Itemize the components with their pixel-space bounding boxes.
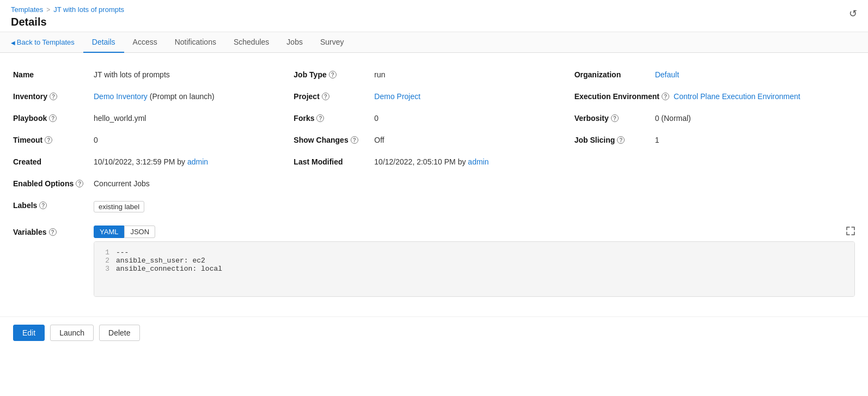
job-slicing-help-icon[interactable]: ?	[617, 136, 625, 144]
breadcrumb-templates-link[interactable]: Templates	[11, 5, 43, 14]
back-to-templates-link[interactable]: Back to Templates	[11, 38, 75, 46]
verbosity-help-icon[interactable]: ?	[611, 114, 619, 122]
project-value: Demo Project	[374, 92, 420, 101]
show-changes-value: Off	[374, 136, 384, 144]
last-modified-value: 10/12/2022, 2:05:10 PM by admin	[374, 157, 488, 166]
execution-env-help-icon[interactable]: ?	[662, 93, 669, 100]
job-type-label: Job Type ?	[294, 70, 370, 79]
last-modified-label: Last Modified	[294, 157, 370, 166]
page-title: Details	[11, 16, 857, 28]
tab-access[interactable]: Access	[124, 32, 166, 53]
project-link[interactable]: Demo Project	[374, 92, 420, 101]
last-modified-prefix: 10/12/2022, 2:05:10 PM by	[374, 157, 468, 166]
tabs-bar: Back to Templates Details Access Notific…	[0, 32, 868, 53]
code-line-2: 2 ansible_ssh_user: ec2	[94, 257, 854, 265]
inventory-value: Demo Inventory (Prompt on launch)	[94, 92, 215, 101]
line-num-3: 3	[94, 265, 116, 273]
created-value: 10/10/2022, 3:12:59 PM by admin	[94, 157, 208, 166]
line-code-1: ---	[116, 248, 129, 257]
breadcrumb: Templates > JT with lots of prompts	[11, 5, 857, 14]
content-area: Name JT with lots of prompts Job Type ? …	[0, 53, 868, 314]
line-code-3: ansible_connection: local	[116, 265, 222, 273]
created-label: Created	[13, 157, 89, 166]
breadcrumb-separator: >	[46, 6, 50, 14]
last-modified-admin-link[interactable]: admin	[468, 157, 488, 166]
show-changes-help-icon[interactable]: ?	[351, 136, 358, 144]
timeout-help-icon[interactable]: ?	[45, 136, 52, 144]
launch-button[interactable]: Launch	[50, 325, 94, 341]
organization-value: Default	[655, 70, 679, 79]
variables-help-icon[interactable]: ?	[49, 228, 57, 236]
organization-link[interactable]: Default	[655, 70, 679, 79]
show-changes-label: Show Changes ?	[294, 136, 370, 144]
labels-help-icon[interactable]: ?	[39, 202, 47, 209]
history-icon[interactable]: ↺	[849, 8, 857, 20]
execution-env-link[interactable]: Control Plane Execution Environment	[674, 92, 800, 101]
verbosity-label: Verbosity ?	[574, 114, 651, 123]
labels-value: existing label	[94, 201, 144, 212]
organization-label: Organization	[574, 70, 651, 79]
verbosity-value: 0 (Normal)	[655, 114, 691, 123]
last-modified-cell: Last Modified 10/12/2022, 2:05:10 PM by …	[294, 151, 574, 173]
execution-env-cell: Execution Environment ? Control Plane Ex…	[574, 86, 855, 107]
name-label: Name	[13, 70, 89, 79]
label-badge: existing label	[94, 201, 144, 212]
inventory-cell: Inventory ? Demo Inventory (Prompt on la…	[13, 86, 294, 107]
action-bar: Edit Launch Delete	[0, 316, 868, 349]
code-line-3: 3 ansible_connection: local	[94, 265, 854, 273]
project-cell: Project ? Demo Project	[294, 86, 574, 107]
expand-button[interactable]	[846, 227, 855, 237]
labels-cell: Labels ? existing label	[13, 194, 855, 219]
inventory-help-icon[interactable]: ?	[50, 93, 57, 100]
playbook-label: Playbook ?	[13, 114, 89, 123]
json-button[interactable]: JSON	[124, 226, 155, 238]
empty-cell-1	[574, 151, 855, 173]
tab-notifications[interactable]: Notifications	[166, 32, 225, 53]
timeout-value: 0	[94, 136, 98, 144]
job-slicing-cell: Job Slicing ? 1	[574, 129, 855, 151]
tab-details[interactable]: Details	[83, 32, 124, 53]
organization-cell: Organization Default	[574, 64, 855, 86]
delete-button[interactable]: Delete	[99, 325, 139, 341]
inventory-label: Inventory ?	[13, 92, 89, 101]
variables-editor: 1 --- 2 ansible_ssh_user: ec2 3 ansible_…	[94, 241, 855, 297]
job-slicing-value: 1	[655, 136, 659, 144]
line-code-2: ansible_ssh_user: ec2	[116, 257, 205, 265]
enabled-options-help-icon[interactable]: ?	[76, 180, 83, 187]
job-type-help-icon[interactable]: ?	[329, 71, 337, 78]
project-help-icon[interactable]: ?	[322, 93, 329, 100]
yaml-button[interactable]: YAML	[94, 226, 124, 238]
inventory-suffix: (Prompt on launch)	[148, 92, 215, 101]
enabled-options-label: Enabled Options ?	[13, 179, 89, 188]
execution-env-value: Control Plane Execution Environment	[674, 92, 800, 101]
execution-env-label: Execution Environment ?	[574, 92, 669, 101]
variables-cell: Variables ? YAML JSON	[13, 219, 855, 303]
project-label: Project ?	[294, 92, 370, 101]
detail-grid: Name JT with lots of prompts Job Type ? …	[13, 64, 855, 303]
playbook-help-icon[interactable]: ?	[49, 114, 57, 122]
forks-value: 0	[374, 114, 378, 123]
job-type-cell: Job Type ? run	[294, 64, 574, 86]
show-changes-cell: Show Changes ? Off	[294, 129, 574, 151]
playbook-value: hello_world.yml	[94, 114, 146, 123]
created-admin-link[interactable]: admin	[187, 157, 208, 166]
forks-help-icon[interactable]: ?	[316, 114, 324, 122]
line-num-1: 1	[94, 248, 116, 257]
job-slicing-label: Job Slicing ?	[574, 136, 651, 144]
line-num-2: 2	[94, 257, 116, 265]
inventory-link[interactable]: Demo Inventory	[94, 92, 148, 101]
tab-survey[interactable]: Survey	[311, 32, 353, 53]
variables-toggle: YAML JSON	[94, 226, 155, 238]
timeout-label: Timeout ?	[13, 136, 89, 144]
edit-button[interactable]: Edit	[13, 325, 45, 341]
verbosity-cell: Verbosity ? 0 (Normal)	[574, 107, 855, 129]
breadcrumb-current: JT with lots of prompts	[53, 5, 124, 14]
expand-icon	[846, 227, 855, 235]
name-value: JT with lots of prompts	[94, 70, 170, 79]
code-line-1: 1 ---	[94, 248, 854, 257]
enabled-options-cell: Enabled Options ? Concurrent Jobs	[13, 173, 855, 194]
tab-jobs[interactable]: Jobs	[278, 32, 311, 53]
code-editor: 1 --- 2 ansible_ssh_user: ec2 3 ansible_…	[94, 242, 854, 296]
tab-schedules[interactable]: Schedules	[225, 32, 278, 53]
forks-label: Forks ?	[294, 114, 370, 123]
